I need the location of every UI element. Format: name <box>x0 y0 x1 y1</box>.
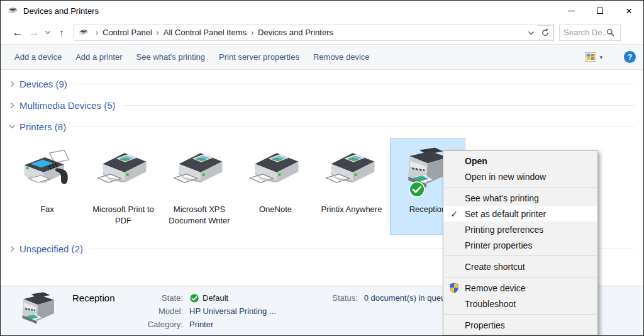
address-dropdown-icon[interactable] <box>528 28 535 37</box>
printer-tile-printix-anywhere[interactable]: Printix Anywhere <box>314 138 389 235</box>
group-rule <box>123 105 635 106</box>
print-server-properties-button[interactable]: Print server properties <box>219 52 299 62</box>
group-label: Multimedia Devices (5) <box>19 100 116 111</box>
details-labels: State: Model: Category: <box>142 291 183 335</box>
add-device-button[interactable]: Add a device <box>14 52 62 62</box>
menu-item-label: Create shortcut <box>465 262 525 272</box>
menu-separator <box>444 277 597 277</box>
default-check-icon <box>189 293 199 303</box>
help-button[interactable]: ? <box>624 51 636 63</box>
breadcrumb-separator-icon: › <box>157 28 159 37</box>
state-value: Default <box>189 291 276 305</box>
menu-item-remove-device[interactable]: Remove device <box>443 280 597 296</box>
printer-tile-label: Printix Anywhere <box>321 204 382 215</box>
minimize-icon <box>568 11 575 11</box>
details-values: Default HP Universal Printing ... Printe… <box>189 291 276 335</box>
back-button[interactable]: ← <box>9 26 26 39</box>
printer-icon <box>247 148 304 196</box>
refresh-icon <box>541 28 550 37</box>
menu-item-properties[interactable]: Properties <box>443 317 597 333</box>
menu-item-label: Properties <box>465 320 505 330</box>
menu-gutter: ✓ <box>443 209 465 219</box>
checkmark-icon: ✓ <box>450 209 458 219</box>
printer-tile-onenote[interactable]: OneNote <box>238 138 313 235</box>
chevron-right-icon <box>7 245 17 252</box>
refresh-button[interactable] <box>537 25 553 40</box>
minimize-button[interactable] <box>557 1 586 21</box>
menu-gutter <box>443 283 465 293</box>
change-view-button[interactable]: ▾ <box>585 52 602 62</box>
menu-item-printer-properties[interactable]: Printer properties <box>443 237 597 253</box>
group-label: Printers (8) <box>19 121 66 132</box>
breadcrumb-item-devices-printers[interactable]: Devices and Printers <box>258 28 333 37</box>
chevron-right-icon <box>7 81 17 87</box>
group-header-printers[interactable]: Printers (8) <box>7 119 635 134</box>
menu-item-create-shortcut[interactable]: Create shortcut <box>443 259 597 274</box>
status-label-col: Status: <box>316 291 358 335</box>
menu-item-set-as-default-printer[interactable]: ✓ Set as default printer <box>443 206 597 221</box>
printer-icon <box>170 148 228 196</box>
add-printer-button[interactable]: Add a printer <box>75 52 122 62</box>
printer-tile-label: Microsoft XPS Document Writer <box>164 204 235 227</box>
printer-tile-label: OneNote <box>259 204 292 215</box>
search-box[interactable] <box>559 25 621 41</box>
menu-item-label: Open in new window <box>465 172 546 182</box>
category-value: Printer <box>189 318 276 331</box>
menu-item-label: Printing preferences <box>465 225 543 235</box>
model-label: Model: <box>158 305 183 318</box>
menu-item-label: Open <box>465 156 487 166</box>
menu-item-label: Set as default printer <box>465 209 546 219</box>
printer-tile-label: Fax <box>40 204 54 215</box>
status-value: 0 document(s) in queue <box>364 291 450 305</box>
close-button[interactable]: × <box>614 1 643 21</box>
breadcrumb-item-control-panel[interactable]: Control Panel <box>103 28 152 37</box>
breadcrumb-separator-icon: › <box>251 28 253 37</box>
chevron-right-icon <box>7 102 17 109</box>
menu-item-troubleshoot[interactable]: Troubleshoot <box>443 296 597 311</box>
chevron-down-icon <box>7 124 17 129</box>
view-options-icon <box>585 52 596 62</box>
menu-item-label: Printer properties <box>465 240 532 250</box>
window-title: Devices and Printers <box>23 6 99 16</box>
menu-item-see-whats-printing[interactable]: See what's printing <box>443 190 597 206</box>
menu-item-open[interactable]: Open <box>443 153 597 169</box>
group-label: Devices (9) <box>19 79 67 89</box>
breadcrumb[interactable]: › Control Panel › All Control Panel Item… <box>74 25 537 40</box>
menu-item-printing-preferences[interactable]: Printing preferences <box>443 221 597 237</box>
printer-tile-label: Reception <box>409 204 447 215</box>
maximize-button[interactable] <box>586 1 614 21</box>
close-icon: × <box>626 6 632 16</box>
breadcrumb-printer-icon <box>78 28 89 37</box>
up-button[interactable]: ↑ <box>53 27 70 38</box>
search-input[interactable] <box>564 28 606 37</box>
group-header-multimedia[interactable]: Multimedia Devices (5) <box>7 98 635 113</box>
command-toolbar: Add a device Add a printer See what's pr… <box>1 45 643 70</box>
fax-printer-icon <box>18 148 76 196</box>
menu-item-open-in-new-window[interactable]: Open in new window <box>443 169 597 184</box>
selected-printer-icon <box>13 291 62 332</box>
maximize-icon <box>597 8 603 14</box>
devices-and-printers-window: Devices and Printers × ← → ↑ › Control P… <box>0 0 644 336</box>
printer-tile-label: Microsoft Print to PDF <box>88 204 158 227</box>
group-rule <box>75 84 635 84</box>
uac-shield-icon <box>449 283 459 293</box>
menu-item-label: Remove device <box>465 283 526 293</box>
printer-tile-ms-print-to-pdf[interactable]: Microsoft Print to PDF <box>86 138 161 235</box>
menu-item-label: See what's printing <box>465 193 539 203</box>
model-value: HP Universal Printing ... <box>189 305 276 318</box>
selected-printer-name: Reception <box>72 293 142 335</box>
see-whats-printing-button[interactable]: See what's printing <box>136 52 205 62</box>
navigation-bar: ← → ↑ › Control Panel › All Control Pane… <box>1 21 643 45</box>
menu-separator <box>444 255 597 256</box>
status-value-col: 0 document(s) in queue <box>364 291 450 335</box>
forward-button[interactable]: → <box>26 26 42 39</box>
history-dropdown-button[interactable] <box>42 30 53 35</box>
menu-item-label: Troubleshoot <box>465 299 516 309</box>
printer-tile-fax[interactable]: Fax <box>9 138 85 235</box>
view-dropdown-caret-icon: ▾ <box>599 54 602 60</box>
breadcrumb-item-all-items[interactable]: All Control Panel Items <box>164 28 247 37</box>
printer-tile-xps-writer[interactable]: Microsoft XPS Document Writer <box>162 138 237 235</box>
remove-device-button[interactable]: Remove device <box>313 52 370 62</box>
group-rule <box>74 126 635 127</box>
group-header-devices[interactable]: Devices (9) <box>7 76 635 91</box>
